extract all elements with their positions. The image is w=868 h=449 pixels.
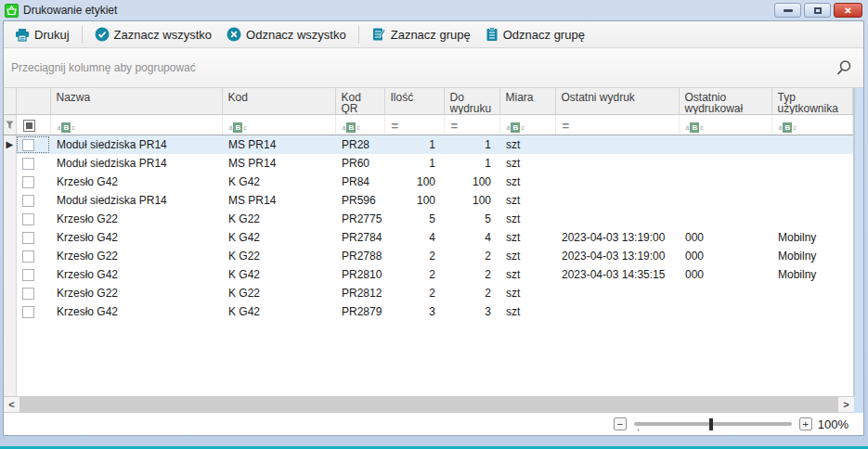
cell-wydrukowal <box>679 135 771 155</box>
row-checkbox[interactable] <box>22 176 34 188</box>
row-checkbox[interactable] <box>22 213 34 225</box>
scroll-right-arrow-icon[interactable]: > <box>838 397 854 412</box>
row-checkbox[interactable] <box>22 288 34 300</box>
table-row[interactable]: Krzesło G42K G42PR84100100szt <box>4 173 853 191</box>
close-button[interactable]: ✕ <box>834 3 862 18</box>
print-button[interactable]: Drukuj <box>7 25 77 45</box>
row-indicator[interactable] <box>4 302 16 321</box>
select-group-button[interactable]: Zaznacz grupę <box>364 24 478 45</box>
column-header-ostatni-wydruk[interactable]: Ostatni wydruk <box>555 88 679 115</box>
table-row[interactable]: Krzesło G42K G42PR287933szt <box>4 302 853 321</box>
cell-name: Krzesło G42 <box>50 302 222 321</box>
filter-kod[interactable]: aBc <box>222 115 335 135</box>
column-header-kod-qr[interactable]: Kod QR <box>335 88 384 115</box>
filter-miara[interactable]: aBc <box>499 115 555 135</box>
row-checkbox[interactable] <box>22 269 34 281</box>
cell-typ <box>771 302 853 321</box>
cell-wydrukowal <box>679 210 771 228</box>
row-indicator[interactable] <box>4 247 16 265</box>
row-indicator[interactable]: ▶ <box>4 135 16 155</box>
filter-ostatni-wydruk[interactable]: = <box>555 115 679 135</box>
row-checkbox-cell[interactable] <box>16 173 50 191</box>
deselect-group-button[interactable]: Odznacz grupę <box>478 24 592 45</box>
row-checkbox-cell[interactable] <box>16 228 50 247</box>
column-header-ostatnio-wydrukowal[interactable]: Ostatnio wydrukował <box>679 88 771 115</box>
cell-wydrukowal <box>679 191 771 210</box>
row-checkbox-cell[interactable] <box>16 135 50 155</box>
search-icon[interactable] <box>835 59 852 77</box>
row-indicator[interactable] <box>4 191 16 210</box>
table-row[interactable]: Krzesło G42K G42PR278444szt2023-04-03 13… <box>4 228 853 247</box>
table-row[interactable]: Krzesło G42K G42PR281022szt2023-04-03 14… <box>4 265 853 284</box>
column-header-miara[interactable]: Miara <box>499 88 555 115</box>
row-checkbox-cell[interactable] <box>16 302 50 321</box>
cell-do-wydruku: 1 <box>444 154 499 173</box>
row-checkbox-cell[interactable] <box>16 284 50 302</box>
row-checkbox[interactable] <box>22 250 34 263</box>
horizontal-scrollbar-thumb[interactable] <box>19 397 838 412</box>
cell-kod: K G42 <box>222 265 335 284</box>
cell-name: Krzesło G42 <box>50 265 222 284</box>
column-header-ilosc[interactable]: Ilość <box>384 88 444 115</box>
row-checkbox[interactable] <box>22 139 34 151</box>
filter-ostatnio-wydrukowal[interactable]: aBc <box>679 115 771 135</box>
filter-kod-qr[interactable]: aBc <box>335 115 384 135</box>
column-header-kod[interactable]: Kod <box>222 88 335 115</box>
cell-ostatni-wydruk: 2023-04-03 14:35:15 <box>555 265 679 284</box>
table-row[interactable]: Krzesło G22K G22PR278822szt2023-04-03 13… <box>4 247 853 265</box>
row-indicator[interactable] <box>4 228 16 247</box>
row-checkbox-cell[interactable] <box>16 265 50 284</box>
cell-kod: MS PR14 <box>222 154 335 173</box>
table-row[interactable]: ▶Moduł siedziska PR14MS PR14PR2811szt <box>4 135 853 155</box>
deselect-all-button[interactable]: Odznacz wszystko <box>219 24 354 45</box>
table-row[interactable]: Krzesło G22K G22PR277555szt <box>4 210 853 228</box>
zoom-in-button[interactable]: + <box>799 417 812 430</box>
column-header-typ-uzytkownika[interactable]: Typ użytkownika <box>771 88 853 115</box>
row-indicator[interactable] <box>4 210 16 228</box>
filter-do-wydruku[interactable]: = <box>444 115 499 135</box>
filter-nazwa[interactable]: aBc <box>50 115 222 135</box>
select-all-checkbox[interactable] <box>23 120 35 132</box>
row-checkbox-cell[interactable] <box>16 191 50 210</box>
row-checkbox[interactable] <box>22 306 34 318</box>
cell-do-wydruku: 100 <box>444 191 499 210</box>
column-header-do-wydruku[interactable]: Do wydruku <box>444 88 499 115</box>
cell-wydrukowal: 000 <box>679 247 771 265</box>
table-row[interactable]: Moduł siedziska PR14MS PR14PR596100100sz… <box>4 191 853 210</box>
header-checkbox-column[interactable] <box>16 88 50 115</box>
title-bar[interactable]: Drukowanie etykiet ✕ <box>0 0 868 20</box>
select-all-button[interactable]: Zaznacz wszystko <box>87 24 219 45</box>
filter-ilosc[interactable]: = <box>384 115 444 135</box>
cell-wydrukowal <box>679 284 771 302</box>
table-row[interactable]: Moduł siedziska PR14MS PR14PR6011szt <box>4 154 853 173</box>
zoom-slider[interactable] <box>634 417 792 430</box>
row-indicator[interactable] <box>4 265 16 284</box>
row-checkbox-cell[interactable] <box>16 247 50 265</box>
group-by-panel[interactable]: Przeciągnij kolumnę aby pogrupować <box>4 48 863 88</box>
row-checkbox[interactable] <box>22 232 34 244</box>
row-checkbox-cell[interactable] <box>16 210 50 228</box>
minimize-button[interactable] <box>774 3 801 18</box>
select-all-checkbox-cell[interactable] <box>16 115 50 135</box>
cell-ilosc: 2 <box>384 284 444 302</box>
cell-name: Moduł siedziska PR14 <box>50 154 222 173</box>
filter-funnel-cell[interactable] <box>4 115 16 135</box>
vertical-scrollbar[interactable] <box>854 88 863 396</box>
column-header-nazwa[interactable]: Nazwa <box>50 88 222 115</box>
cell-ilosc: 2 <box>384 265 444 284</box>
row-checkbox[interactable] <box>22 158 34 170</box>
filter-typ-uzytkownika[interactable]: aBc <box>771 115 853 135</box>
row-indicator[interactable] <box>4 154 16 173</box>
zoom-slider-thumb[interactable] <box>709 418 713 430</box>
maximize-button[interactable] <box>804 3 831 18</box>
scroll-left-arrow-icon[interactable]: < <box>4 397 19 412</box>
zoom-out-button[interactable]: − <box>614 417 627 430</box>
row-indicator[interactable] <box>4 284 16 302</box>
maximize-icon <box>814 7 822 14</box>
cell-qr: PR2810 <box>335 265 384 284</box>
row-indicator[interactable] <box>4 173 16 191</box>
row-checkbox[interactable] <box>22 195 34 207</box>
horizontal-scrollbar[interactable]: < > <box>4 396 854 413</box>
row-checkbox-cell[interactable] <box>16 154 50 173</box>
table-row[interactable]: Krzesło G22K G22PR281222szt <box>4 284 853 302</box>
